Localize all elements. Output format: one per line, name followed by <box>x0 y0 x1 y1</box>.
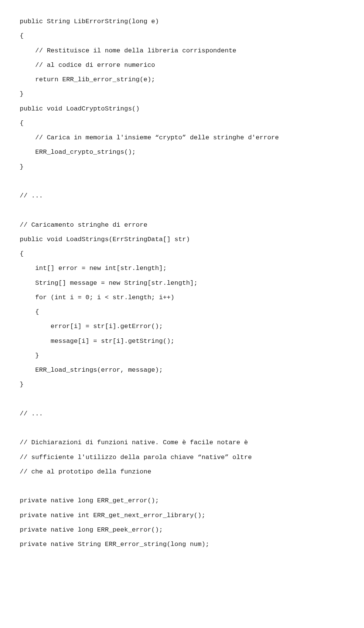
code-line: // ... <box>20 410 43 417</box>
code-line: { <box>20 32 24 39</box>
code-line: public void LoadStrings(ErrStringData[] … <box>20 236 190 243</box>
code-line: message[i] = str[i].getString(); <box>20 338 174 345</box>
code-line: // Caricamento stringhe di errore <box>20 221 147 229</box>
code-line: String[] message = new String[str.length… <box>20 279 198 287</box>
code-line: // sufficiente l'utilizzo della parola c… <box>20 454 252 461</box>
code-line: ERR_load_crypto_strings(); <box>20 148 136 156</box>
code-line: private native long ERR_peek_error(); <box>20 526 163 533</box>
code-line: { <box>20 250 24 257</box>
code-line: // Restituisce il nome della libreria co… <box>20 47 236 54</box>
code-line: // ... <box>20 192 43 199</box>
code-line: ERR_load_strings(error, message); <box>20 366 163 374</box>
code-line: public String LibErrorString(long e) <box>20 18 159 25</box>
code-line: private native int ERR_get_next_error_li… <box>20 512 206 519</box>
code-line: int[] error = new int[str.length]; <box>20 265 167 272</box>
code-line: error[i] = str[i].getError(); <box>20 323 163 330</box>
code-line: } <box>20 352 39 359</box>
code-block: public String LibErrorString(long e) { /… <box>0 0 364 566</box>
code-line: return ERR_lib_error_string(e); <box>20 76 155 83</box>
code-line: } <box>20 90 24 98</box>
code-line: private native long ERR_get_error(); <box>20 497 159 504</box>
code-line: public void LoadCryptoStrings() <box>20 105 140 112</box>
code-line: } <box>20 381 24 388</box>
code-line: // Dichiarazioni di funzioni native. Com… <box>20 439 248 446</box>
code-line: // Carica in memoria l'insieme “crypto” … <box>20 134 279 141</box>
code-line: { <box>20 308 39 316</box>
code-line: { <box>20 120 24 127</box>
code-line: // al codice di errore numerico <box>20 62 155 69</box>
code-line: for (int i = 0; i < str.length; i++) <box>20 294 174 301</box>
code-line: } <box>20 163 24 170</box>
code-line: // che al prototipo della funzione <box>20 468 151 475</box>
code-line: private native String ERR_error_string(l… <box>20 541 209 548</box>
